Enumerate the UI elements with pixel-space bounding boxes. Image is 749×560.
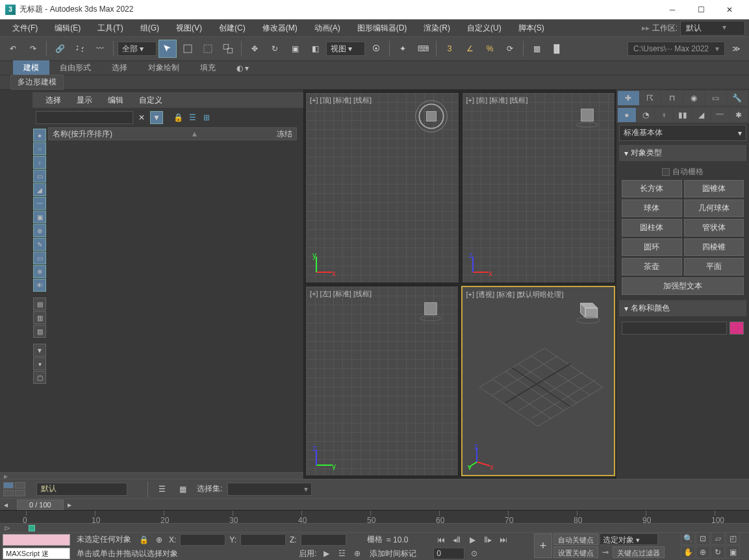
viewport-front[interactable]: [+] [前] [标准] [线框] xz: [462, 92, 616, 283]
scale-button[interactable]: ▣: [286, 40, 304, 58]
nav-zoomall-icon[interactable]: ⊡: [696, 532, 710, 545]
btn-sphere[interactable]: 球体: [622, 199, 682, 217]
nav-pan-icon[interactable]: ✋: [681, 546, 695, 559]
filter-shapes-icon[interactable]: ○: [33, 142, 46, 155]
btn-box[interactable]: 长方体: [622, 180, 682, 197]
ribbon-subtab-polymodeling[interactable]: 多边形建模: [10, 75, 64, 90]
prev-frame-button[interactable]: ◂Ⅱ: [451, 534, 463, 546]
cat-cameras[interactable]: ▮▮: [674, 108, 692, 122]
setkey-button[interactable]: 设置关键点: [553, 546, 598, 558]
autogrid-checkbox[interactable]: [662, 168, 670, 176]
bind-space-warp-button[interactable]: 〰: [91, 40, 109, 58]
angle-snap-button[interactable]: ∠: [461, 40, 479, 58]
filter-helpers-icon[interactable]: ◢: [33, 183, 46, 196]
sort-alpha-icon[interactable]: ▼: [33, 344, 46, 357]
workspace-select[interactable]: 默认 ▾: [680, 21, 745, 36]
menu-scripting[interactable]: 脚本(S): [510, 21, 553, 36]
menu-group[interactable]: 组(G): [132, 21, 168, 36]
viewcube-persp[interactable]: [568, 292, 605, 329]
menu-views[interactable]: 视图(V): [168, 21, 210, 36]
filter-frozen-icon[interactable]: ❄: [33, 265, 46, 278]
viewport-front-label[interactable]: [+] [前] [标准] [线框]: [466, 95, 528, 105]
filter-bone-icon[interactable]: ✎: [33, 238, 46, 251]
autokey-button[interactable]: 自动关键点: [553, 533, 598, 545]
trackbar-expand-icon[interactable]: ⊳: [4, 524, 10, 533]
nav-fov-icon[interactable]: ▱: [711, 532, 725, 545]
menu-animation[interactable]: 动画(A): [306, 21, 349, 36]
menu-file[interactable]: 文件(F): [4, 21, 46, 36]
selection-lock-icon[interactable]: 🔒: [138, 534, 149, 546]
workspace-chevrons-icon[interactable]: ▸▸: [642, 23, 650, 32]
filter-spacewarps-icon[interactable]: 〰: [33, 197, 46, 210]
mirror-button[interactable]: ▐▌: [548, 40, 566, 58]
tab-create[interactable]: ✚: [618, 91, 639, 105]
window-crossing-button[interactable]: [219, 40, 237, 58]
btn-pyramid[interactable]: 四棱锥: [684, 238, 744, 256]
cat-lights[interactable]: ♀: [655, 108, 673, 122]
timetag-icon[interactable]: ⊕: [351, 548, 363, 559]
view-tree-icon[interactable]: ⊞: [201, 112, 212, 123]
named-selection-button[interactable]: ▦: [527, 40, 546, 58]
btn-geosphere[interactable]: 几何球体: [684, 199, 744, 217]
next-frame-button[interactable]: Ⅱ▸: [482, 534, 494, 546]
time-config-icon[interactable]: ⊙: [468, 548, 480, 559]
filter-hidden-icon[interactable]: 👁: [33, 279, 46, 292]
ribbon-tab-selection[interactable]: 选择: [101, 60, 138, 75]
x-input[interactable]: [180, 534, 225, 546]
keyfilter-sel-select[interactable]: 选定对象 ▾: [600, 533, 658, 545]
trackbar-key[interactable]: [29, 525, 35, 531]
sort-layer-icon[interactable]: ▾: [33, 357, 46, 370]
maxscript-mini-listener[interactable]: MAXScript 迷: [3, 548, 70, 559]
enable-anim-icon[interactable]: ▶: [320, 548, 332, 559]
viewport-top[interactable]: [+] [顶] [标准] [线框] xy: [305, 92, 459, 283]
filter-cameras-icon[interactable]: ▭: [33, 170, 46, 183]
placement-button[interactable]: ◧: [306, 40, 324, 58]
layer-explorer-icon[interactable]: ▦: [173, 480, 192, 498]
selection-filter-select[interactable]: 全部 ▾: [118, 42, 157, 56]
set-key-big-button[interactable]: +: [534, 533, 552, 558]
y-input[interactable]: [240, 534, 286, 546]
redo-button[interactable]: ↷: [24, 40, 42, 58]
viewcube-left[interactable]: [413, 292, 449, 328]
scene-menu-edit[interactable]: 编辑: [100, 94, 131, 107]
cat-shapes[interactable]: ◔: [637, 108, 655, 122]
ribbon-tab-modeling[interactable]: 建模: [13, 60, 49, 75]
ribbon-tab-objectpaint[interactable]: 对象绘制: [138, 60, 190, 75]
btn-teapot[interactable]: 茶壶: [622, 258, 682, 275]
viewport-top-label[interactable]: [+] [顶] [标准] [线框]: [310, 95, 372, 105]
spinner-snap-button[interactable]: ⟳: [501, 40, 519, 58]
undo-button[interactable]: ↶: [4, 40, 22, 58]
scene-menu-select[interactable]: 选择: [38, 94, 69, 107]
cat-spacewarps[interactable]: 〰: [711, 108, 730, 122]
ref-coord-select[interactable]: 视图 ▾: [326, 42, 365, 56]
btn-textplus[interactable]: 加强型文本: [622, 277, 744, 295]
menu-tools[interactable]: 工具(T): [89, 21, 131, 36]
tab-hierarchy[interactable]: ⊓: [661, 91, 683, 105]
menu-modifiers[interactable]: 修改器(M): [254, 21, 306, 36]
minimize-button[interactable]: ─: [658, 1, 687, 19]
header-name-label[interactable]: 名称(按升序排序): [53, 129, 112, 140]
explorer-bottom-strip[interactable]: ▸: [0, 472, 303, 479]
scene-search-input[interactable]: [36, 111, 133, 124]
viewcube-front[interactable]: [569, 98, 605, 134]
current-frame-display[interactable]: 0 / 100: [17, 500, 64, 510]
clear-search-button[interactable]: ✕: [136, 112, 147, 123]
project-path[interactable]: C:\Users\··· Max 2022 ▾: [628, 42, 725, 56]
nav-orbit-icon[interactable]: ↻: [711, 546, 725, 559]
select-object-button[interactable]: [159, 40, 177, 58]
viewport-left[interactable]: [+] [左] [标准] [线框] yz: [305, 286, 459, 477]
cat-helpers[interactable]: ◢: [692, 108, 711, 122]
percent-snap-button[interactable]: %: [481, 40, 499, 58]
manipulate-button[interactable]: ✦: [394, 40, 412, 58]
viewport-perspective[interactable]: [+] [透视] [标准] [默认明暗处理] xyz: [461, 286, 616, 477]
btn-cylinder[interactable]: 圆柱体: [622, 219, 682, 236]
selection-set-select[interactable]: [227, 483, 312, 496]
tab-display[interactable]: ▭: [705, 91, 726, 105]
viewport-layout-button[interactable]: [3, 481, 26, 497]
filter-groups-icon[interactable]: ▣: [33, 210, 46, 223]
scene-list[interactable]: 名称(按升序排序) ▲ 冻结: [48, 127, 303, 472]
menu-rendering[interactable]: 渲染(R): [415, 21, 459, 36]
menu-edit[interactable]: 编辑(E): [46, 21, 89, 36]
ribbon-tab-freeform[interactable]: 自由形式: [49, 60, 101, 75]
rollout-namecolor-header[interactable]: ▾ 名称和颜色: [619, 300, 746, 316]
